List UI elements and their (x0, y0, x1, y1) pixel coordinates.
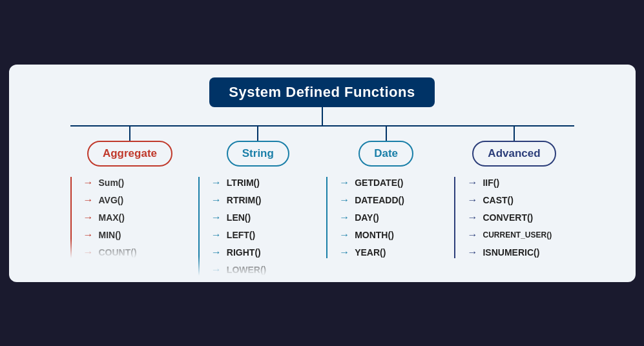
item-label: YEAR() (355, 247, 386, 258)
title-connector-line (322, 107, 323, 125)
column-advanced: Advanced → IIF() → CAST() → (454, 127, 574, 276)
adv-top-line (514, 127, 515, 141)
item-label: DAY() (355, 212, 379, 223)
list-item: → GETDATE() (339, 177, 446, 188)
item-label: COUNT() (99, 247, 137, 258)
cat-aggregate-label: Aggregate (87, 141, 172, 167)
item-label: MONTH() (355, 230, 394, 240)
list-item: → Sum() (83, 177, 190, 188)
item-label: LTRIM() (227, 178, 260, 188)
date-items-container: → GETDATE() → DATEADD() → DAY() → (326, 177, 446, 258)
arrow-icon: → (83, 229, 94, 241)
list-item: → YEAR() (339, 247, 446, 258)
list-item: → CONVERT() (467, 212, 574, 223)
list-item: → CAST() (467, 194, 574, 206)
agg-top-line (129, 127, 130, 141)
item-label: ISNUMERIC() (483, 247, 539, 258)
list-item: → MAX() (83, 212, 190, 223)
item-label: RTRIM() (227, 195, 262, 205)
arrow-icon: → (467, 177, 477, 188)
list-item: → DATEADD() (339, 194, 446, 206)
agg-items-list: → Sum() → AVG() → MAX() → (77, 177, 190, 258)
list-item: → CURRENT_USER() (467, 229, 574, 241)
list-item: → LOWER() (211, 264, 318, 276)
arrow-icon: → (467, 194, 477, 206)
arrow-icon: → (211, 247, 222, 258)
arrow-icon: → (339, 177, 349, 188)
arrow-icon: → (339, 247, 349, 258)
columns-row: Aggregate → Sum() → AVG() → (70, 127, 574, 276)
string-top-line (257, 127, 258, 141)
column-date: Date → GETDATE() → DATEADD() → (326, 127, 446, 276)
adv-items-container: → IIF() → CAST() → CONVERT() → (454, 177, 574, 258)
item-label: MIN() (99, 230, 121, 240)
string-items-list: → LTRIM() → RTRIM() → LEN() → (205, 177, 318, 276)
list-item: → IIF() (467, 177, 574, 188)
list-item: → RIGHT() (211, 247, 318, 258)
cat-advanced-label: Advanced (472, 141, 556, 167)
item-label: IIF() (483, 178, 499, 188)
cat-date-label: Date (358, 141, 413, 167)
item-label: AVG() (99, 195, 124, 205)
column-aggregate: Aggregate → Sum() → AVG() → (70, 127, 190, 276)
string-items-container: → LTRIM() → RTRIM() → LEN() → (198, 177, 318, 276)
column-string: String → LTRIM() → RTRIM() → (198, 127, 318, 276)
item-label: RIGHT() (227, 247, 261, 258)
arrow-icon: → (211, 229, 222, 241)
item-label: CURRENT_USER() (483, 230, 552, 239)
list-item: → RTRIM() (211, 194, 318, 206)
item-label: DATEADD() (355, 195, 404, 205)
arrow-icon: → (211, 212, 222, 223)
agg-items-container: → Sum() → AVG() → MAX() → (70, 177, 190, 258)
list-item: → LEFT() (211, 229, 318, 241)
list-item: → ISNUMERIC() (467, 247, 574, 258)
arrow-icon: → (467, 247, 477, 258)
list-item: → AVG() (83, 194, 190, 206)
adv-items-list: → IIF() → CAST() → CONVERT() → (461, 177, 574, 258)
date-top-line (386, 127, 387, 141)
item-label: LEFT() (227, 230, 255, 240)
date-items-list: → GETDATE() → DATEADD() → DAY() → (333, 177, 446, 258)
tree-root: System Defined Functions Aggregate → Sum… (22, 77, 623, 276)
arrow-icon: → (211, 264, 222, 276)
list-item: → LTRIM() (211, 177, 318, 188)
arrow-icon: → (339, 229, 349, 241)
arrow-icon: → (339, 212, 349, 223)
item-label: CONVERT() (483, 212, 533, 223)
arrow-icon: → (211, 194, 222, 206)
string-vline (198, 177, 200, 276)
cat-string-label: String (227, 141, 289, 167)
arrow-icon: → (211, 177, 222, 188)
item-label: MAX() (99, 212, 125, 223)
date-vline (326, 177, 327, 258)
adv-vline (454, 177, 455, 258)
diagram-container: System Defined Functions Aggregate → Sum… (9, 65, 636, 282)
horizontal-connector (70, 125, 574, 127)
arrow-icon: → (467, 212, 477, 223)
item-label: LEN() (227, 212, 251, 223)
item-label: GETDATE() (355, 178, 403, 188)
arrow-icon: → (467, 229, 477, 241)
diagram-title: System Defined Functions (209, 77, 434, 107)
arrow-icon: → (83, 212, 94, 223)
list-item: → LEN() (211, 212, 318, 223)
arrow-icon: → (83, 247, 94, 258)
agg-vline (70, 177, 72, 258)
list-item: → COUNT() (83, 247, 190, 258)
item-label: LOWER() (227, 265, 266, 275)
arrow-icon: → (83, 194, 94, 206)
list-item: → MIN() (83, 229, 190, 241)
arrow-icon: → (83, 177, 94, 188)
item-label: CAST() (483, 195, 513, 205)
list-item: → DAY() (339, 212, 446, 223)
list-item: → MONTH() (339, 229, 446, 241)
arrow-icon: → (339, 194, 349, 206)
item-label: Sum() (99, 178, 125, 188)
